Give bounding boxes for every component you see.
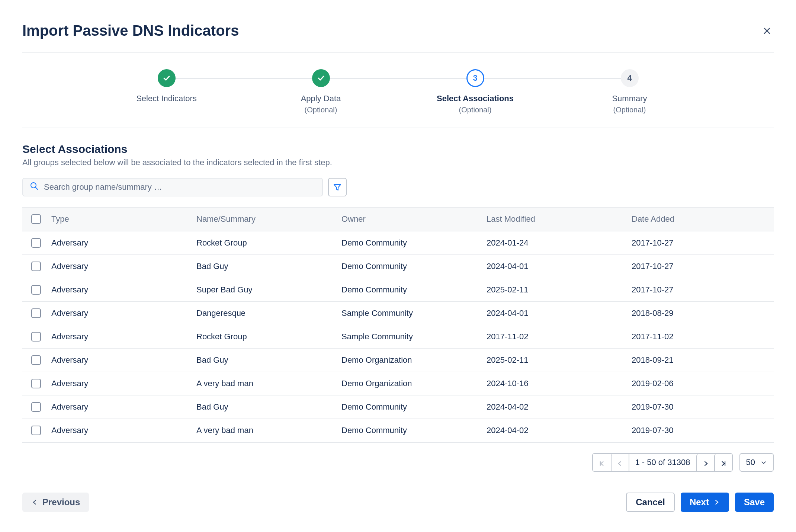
- step-label: Select Indicators: [136, 94, 197, 103]
- cell-type: Adversary: [46, 349, 191, 372]
- step-label: Summary: [612, 94, 647, 103]
- cell-added: 2018-09-21: [626, 349, 774, 372]
- step-optional: (Optional): [459, 106, 492, 114]
- cell-added: 2019-07-30: [626, 419, 774, 443]
- table-row: AdversaryBad GuyDemo Community2024-04-01…: [22, 255, 774, 278]
- step-circle-done: [312, 69, 330, 87]
- column-owner[interactable]: Owner: [336, 207, 481, 231]
- cell-name: Super Bad Guy: [191, 278, 336, 302]
- cell-owner: Demo Organization: [336, 349, 481, 372]
- divider: [22, 128, 774, 128]
- cell-modified: 2025-02-11: [481, 349, 626, 372]
- table-row: AdversaryA very bad manDemo Organization…: [22, 372, 774, 395]
- filter-button[interactable]: [328, 178, 347, 196]
- step-circle-done: [158, 69, 176, 87]
- associations-table: Type Name/Summary Owner Last Modified Da…: [22, 207, 774, 443]
- cell-owner: Sample Community: [336, 325, 481, 349]
- column-added[interactable]: Date Added: [626, 207, 774, 231]
- cell-owner: Demo Community: [336, 231, 481, 255]
- cell-type: Adversary: [46, 255, 191, 278]
- save-button[interactable]: Save: [735, 493, 774, 512]
- search-box[interactable]: [22, 178, 323, 196]
- row-checkbox[interactable]: [31, 332, 41, 342]
- page-first-button[interactable]: [593, 454, 611, 472]
- section-title: Select Associations: [22, 143, 774, 156]
- cell-name: Bad Guy: [191, 395, 336, 419]
- check-icon: [162, 74, 171, 83]
- table-row: AdversaryRocket GroupSample Community201…: [22, 325, 774, 349]
- cell-modified: 2024-01-24: [481, 231, 626, 255]
- table-row: AdversarySuper Bad GuyDemo Community2025…: [22, 278, 774, 302]
- step-select-associations: 3 Select Associations (Optional): [398, 69, 552, 114]
- row-checkbox[interactable]: [31, 355, 41, 365]
- row-checkbox[interactable]: [31, 285, 41, 295]
- row-checkbox[interactable]: [31, 426, 41, 435]
- step-select-indicators: Select Indicators: [89, 69, 244, 103]
- search-input[interactable]: [44, 182, 315, 192]
- cell-name: Dangeresque: [191, 302, 336, 325]
- next-button[interactable]: Next: [681, 493, 729, 512]
- step-circle-pending: 4: [621, 69, 639, 87]
- step-circle-active: 3: [466, 69, 484, 87]
- cell-added: 2018-08-29: [626, 302, 774, 325]
- row-checkbox[interactable]: [31, 238, 41, 248]
- check-icon: [317, 74, 325, 83]
- cancel-button-label: Cancel: [636, 497, 665, 507]
- cell-name: A very bad man: [191, 419, 336, 443]
- cell-modified: 2024-10-16: [481, 372, 626, 395]
- chevron-first-icon: [598, 460, 606, 467]
- column-name[interactable]: Name/Summary: [191, 207, 336, 231]
- cell-owner: Demo Community: [336, 255, 481, 278]
- previous-button[interactable]: Previous: [22, 493, 89, 512]
- cell-type: Adversary: [46, 231, 191, 255]
- cell-name: Bad Guy: [191, 349, 336, 372]
- cell-added: 2017-10-27: [626, 278, 774, 302]
- select-all-checkbox[interactable]: [31, 214, 41, 224]
- table-row: AdversaryRocket GroupDemo Community2024-…: [22, 231, 774, 255]
- page-title: Import Passive DNS Indicators: [22, 22, 239, 39]
- row-checkbox[interactable]: [31, 308, 41, 318]
- page-next-button[interactable]: [696, 454, 714, 472]
- pagination-range: 1 - 50 of 31308: [629, 454, 696, 471]
- cell-modified: 2024-04-02: [481, 395, 626, 419]
- save-button-label: Save: [744, 497, 765, 507]
- cell-added: 2017-10-27: [626, 231, 774, 255]
- chevron-last-icon: [720, 460, 727, 467]
- cancel-button[interactable]: Cancel: [626, 493, 675, 512]
- step-label: Apply Data: [301, 94, 341, 103]
- chevron-left-icon: [616, 460, 624, 467]
- page-size-select[interactable]: 50: [739, 453, 774, 472]
- cell-added: 2019-02-06: [626, 372, 774, 395]
- cell-name: Bad Guy: [191, 255, 336, 278]
- step-summary: 4 Summary (Optional): [552, 69, 707, 114]
- step-apply-data: Apply Data (Optional): [244, 69, 398, 114]
- cell-type: Adversary: [46, 395, 191, 419]
- row-checkbox[interactable]: [31, 379, 41, 388]
- cell-modified: 2024-04-01: [481, 255, 626, 278]
- row-checkbox[interactable]: [31, 262, 41, 271]
- chevron-right-icon: [702, 460, 709, 467]
- cell-type: Adversary: [46, 302, 191, 325]
- cell-type: Adversary: [46, 372, 191, 395]
- cell-added: 2019-07-30: [626, 395, 774, 419]
- row-checkbox[interactable]: [31, 402, 41, 412]
- cell-name: Rocket Group: [191, 325, 336, 349]
- section-description: All groups selected below will be associ…: [22, 158, 774, 167]
- page-last-button[interactable]: [714, 454, 732, 472]
- filter-icon: [333, 183, 342, 192]
- cell-added: 2017-10-27: [626, 255, 774, 278]
- cell-modified: 2017-11-02: [481, 325, 626, 349]
- close-button[interactable]: [760, 24, 774, 38]
- page-prev-button[interactable]: [611, 454, 629, 472]
- column-type[interactable]: Type: [46, 207, 191, 231]
- column-modified[interactable]: Last Modified: [481, 207, 626, 231]
- table-row: AdversaryBad GuyDemo Organization2025-02…: [22, 349, 774, 372]
- step-optional: (Optional): [613, 106, 646, 114]
- next-button-label: Next: [690, 497, 709, 507]
- step-label: Select Associations: [437, 94, 514, 103]
- previous-button-label: Previous: [42, 497, 80, 507]
- stepper: Select Indicators Apply Data (Optional) …: [89, 53, 707, 128]
- pagination: 1 - 50 of 31308: [592, 453, 733, 472]
- page-size-value: 50: [746, 458, 755, 467]
- chevron-down-icon: [760, 459, 767, 466]
